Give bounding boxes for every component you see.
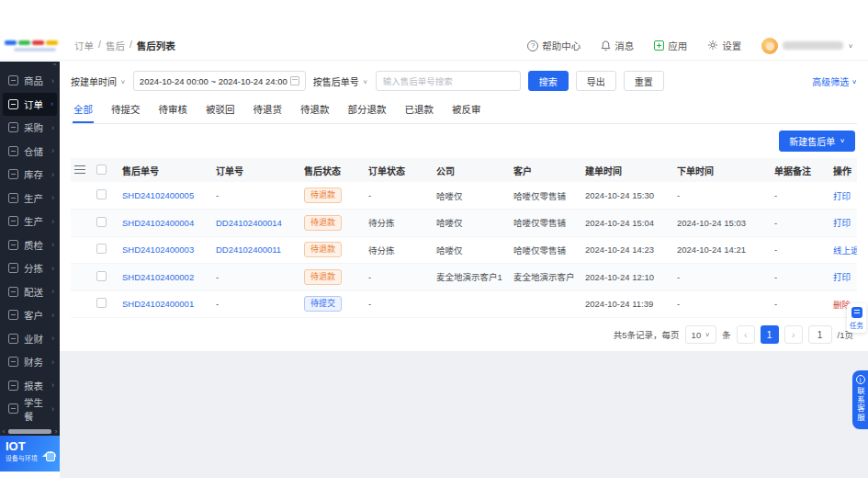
row-checkbox[interactable] xyxy=(96,217,107,227)
sidebar-item-配送[interactable]: 配送› xyxy=(0,280,60,304)
reset-button[interactable]: 重置 xyxy=(624,71,664,91)
sidebar-item-商品[interactable]: 商品› xyxy=(0,69,60,93)
scrollbar-thumb[interactable] xyxy=(8,429,51,434)
app-window: 订单 / 售后 / 售后列表 ? 帮助中心 消息 应用 xyxy=(0,0,868,500)
action-打印-link[interactable]: 打印 xyxy=(833,191,851,201)
sidebar-item-分拣[interactable]: 分拣› xyxy=(0,256,60,280)
search-button[interactable]: 搜索 xyxy=(528,71,569,91)
time-field-select[interactable]: 按建单时间 ∨ xyxy=(71,74,126,88)
advanced-filter-toggle[interactable]: 高级筛选 ∨ xyxy=(812,74,857,88)
date-range-picker[interactable]: 2024-10-24 00:00 ~ 2024-10-24 24:00 xyxy=(133,71,306,91)
chevron-right-icon: › xyxy=(51,240,54,249)
row-checkbox[interactable] xyxy=(96,189,107,199)
row-checkbox[interactable] xyxy=(96,271,107,281)
status-tag: 待退款 xyxy=(304,188,342,203)
order-no-link[interactable]: DD24102400014 xyxy=(216,218,282,228)
tab-全部[interactable]: 全部 xyxy=(73,98,94,123)
remark-text: - xyxy=(774,299,777,309)
aftersales-no-cell: SHD24102400002 xyxy=(118,264,212,291)
select-all-checkbox[interactable] xyxy=(96,165,107,175)
expand-all-icon[interactable] xyxy=(74,165,85,174)
scroll-left-icon[interactable]: ‹ xyxy=(0,428,7,435)
sidebar-item-订单[interactable]: 订单› xyxy=(3,93,57,117)
sidebar-item-报表[interactable]: 报表› xyxy=(0,374,60,398)
aftersales-no-link[interactable]: SHD24102400001 xyxy=(122,299,194,309)
table-header-row: 售后单号订单号售后状态订单状态公司客户建单时间下单时间单据备注操作 xyxy=(71,158,857,182)
order-no-field-select[interactable]: 按售后单号 ∨ xyxy=(313,74,368,88)
row-expander-cell xyxy=(71,182,93,210)
sidebar-item-质检[interactable]: 质检› xyxy=(0,233,60,257)
calendar-icon xyxy=(290,76,299,85)
aftersales-status-cell: 待退款 xyxy=(300,182,365,210)
chevron-right-icon: › xyxy=(51,358,54,367)
sidebar-item-财务[interactable]: 财务› xyxy=(0,350,60,374)
prev-page-button[interactable]: ‹ xyxy=(737,325,755,344)
sidebar-menu: 商品›订单›采购›仓储›库存›生产›生产›质检›分拣›配送›客户›业财›财务›报… xyxy=(0,62,60,421)
page-size-select[interactable]: 10 ∨ xyxy=(685,325,716,344)
aftersales-no-link[interactable]: SHD24102400002 xyxy=(122,272,194,282)
column-header-订单号: 订单号 xyxy=(212,158,300,182)
chevron-right-icon: › xyxy=(51,217,54,226)
sidebar-item-业财[interactable]: 业财› xyxy=(0,327,60,351)
purchase-icon xyxy=(8,122,18,132)
ordered-time-cell: 2024-10-24 14:21 xyxy=(673,236,771,264)
tab-待退货[interactable]: 待退货 xyxy=(253,98,284,123)
order-status-text: - xyxy=(368,272,371,282)
sidebar-item-仓储[interactable]: 仓储› xyxy=(0,140,60,164)
task-floating-button[interactable]: 任务 xyxy=(847,303,866,333)
remark-text: - xyxy=(774,218,777,228)
action-线上退款-link[interactable]: 线上退款 xyxy=(833,245,857,256)
action-打印-link[interactable]: 打印 xyxy=(833,218,851,228)
new-aftersales-button[interactable]: 新建售后单 ∨ xyxy=(779,131,855,152)
scroll-right-icon[interactable]: › xyxy=(52,428,60,435)
aftersales-no-search-input[interactable] xyxy=(376,71,521,91)
aftersales-no-cell: SHD24102400003 xyxy=(118,236,212,264)
sidebar-scroll-up-icon[interactable]: ⌃ xyxy=(51,62,58,71)
user-menu[interactable]: ∨ xyxy=(761,38,853,54)
order-status-cell: 待分拣 xyxy=(365,236,433,264)
sidebar-horizontal-scrollbar[interactable]: ‹ › xyxy=(0,427,60,435)
page-jump-input[interactable] xyxy=(808,325,832,344)
sidebar-item-库存[interactable]: 库存› xyxy=(0,163,60,187)
tab-被驳回[interactable]: 被驳回 xyxy=(205,98,236,123)
remark-cell: - xyxy=(771,290,829,318)
order-no-link[interactable]: DD24102400011 xyxy=(216,244,281,255)
sorting-icon xyxy=(8,263,18,273)
iot-banner[interactable]: IOT 设备与环境 ☁ xyxy=(0,436,60,472)
sidebar-item-生产[interactable]: 生产› xyxy=(0,210,60,233)
settings-button[interactable]: 设置 xyxy=(707,39,741,52)
breadcrumb-aftersales[interactable]: 售后 xyxy=(106,39,125,52)
sidebar-item-label: 订单 xyxy=(24,97,43,111)
page-1-button[interactable]: 1 xyxy=(761,325,779,344)
tab-部分退款[interactable]: 部分退款 xyxy=(347,98,388,123)
sidebar-item-学生餐[interactable]: 学生餐› xyxy=(0,397,60,421)
help-center-button[interactable]: ? 帮助中心 xyxy=(527,39,581,52)
export-button[interactable]: 导出 xyxy=(576,71,616,91)
aftersales-no-link[interactable]: SHD24102400004 xyxy=(122,218,194,228)
sidebar-item-生产[interactable]: 生产› xyxy=(0,187,60,210)
messages-button[interactable]: 消息 xyxy=(601,39,634,52)
sidebar-item-采购[interactable]: 采购› xyxy=(0,116,60,140)
order-status-cell: 待分拣 xyxy=(365,210,433,237)
next-page-button[interactable]: › xyxy=(784,325,803,344)
tab-被反审[interactable]: 被反审 xyxy=(451,98,482,123)
tab-待审核[interactable]: 待审核 xyxy=(158,98,189,123)
sidebar-item-客户[interactable]: 客户› xyxy=(0,303,60,327)
row-checkbox[interactable] xyxy=(96,244,107,254)
tab-待提交[interactable]: 待提交 xyxy=(110,98,141,123)
sidebar-item-label: 生产 xyxy=(24,214,43,228)
aftersales-no-link[interactable]: SHD24102400003 xyxy=(122,244,194,255)
logo-swoosh xyxy=(14,48,56,51)
row-select-cell xyxy=(93,290,118,318)
order-no-cell: DD24102400014 xyxy=(212,210,300,237)
table-row: SHD24102400004DD24102400014待退款待分拣哈喽仅哈喽仅零… xyxy=(71,210,857,237)
tab-待退款[interactable]: 待退款 xyxy=(299,98,331,123)
apps-button[interactable]: 应用 xyxy=(654,39,687,52)
row-checkbox[interactable] xyxy=(96,298,107,308)
contact-service-tab[interactable]: i 联系客服 xyxy=(852,370,868,429)
order-status-cell: - xyxy=(365,264,433,291)
tab-已退款[interactable]: 已退款 xyxy=(404,98,435,123)
action-打印-link[interactable]: 打印 xyxy=(833,272,851,282)
breadcrumb-orders[interactable]: 订单 xyxy=(74,39,94,52)
aftersales-no-link[interactable]: SHD24102400005 xyxy=(122,190,194,200)
